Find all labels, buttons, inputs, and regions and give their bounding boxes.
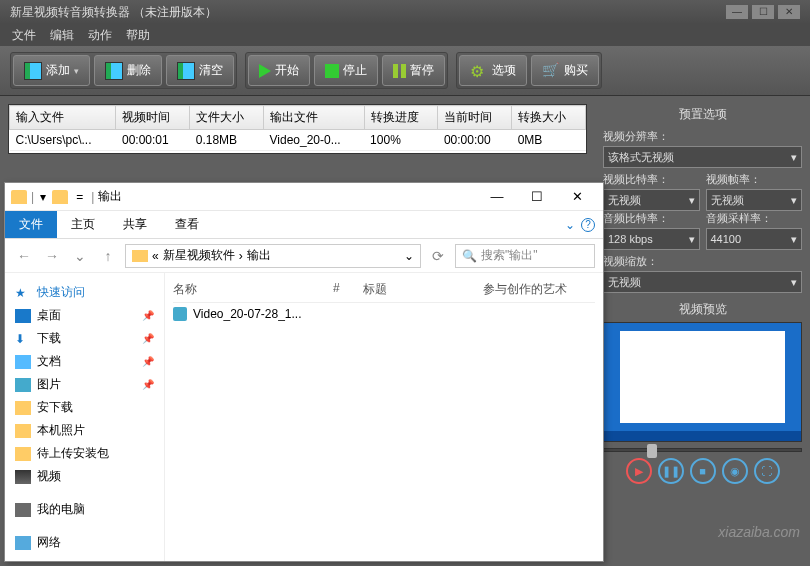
preview-snap-button[interactable]: ◉ xyxy=(722,458,748,484)
list-item[interactable]: Video_20-07-28_1... xyxy=(173,303,595,325)
cart-icon xyxy=(542,62,560,80)
help-icon[interactable]: ? xyxy=(581,218,595,232)
folder-icon xyxy=(132,250,148,262)
menu-action[interactable]: 动作 xyxy=(88,27,112,43)
tab-view[interactable]: 查看 xyxy=(161,211,213,238)
col-num[interactable]: # xyxy=(333,281,363,298)
preview-stop-button[interactable]: ■ xyxy=(690,458,716,484)
start-button[interactable]: 开始 xyxy=(248,55,310,86)
window-path: 输出 xyxy=(98,188,122,205)
picture-icon xyxy=(15,378,31,392)
video-icon xyxy=(15,470,31,484)
pin-icon: 📌 xyxy=(142,333,154,344)
asr-select[interactable]: 44100▾ xyxy=(706,228,803,250)
toolbar: 添加▾ 删除 清空 开始 停止 暂停 选项 购买 xyxy=(0,46,810,96)
res-label: 视频分辨率： xyxy=(603,129,802,144)
sidebar-quick-access[interactable]: ★快速访问 xyxy=(9,281,160,304)
stop-button[interactable]: 停止 xyxy=(314,55,378,86)
close-button[interactable]: ✕ xyxy=(778,5,800,19)
network-icon xyxy=(15,536,31,550)
vfps-label: 视频帧率： xyxy=(706,172,803,187)
col-progress[interactable]: 转换进度 xyxy=(364,106,438,130)
sidebar-pictures[interactable]: 图片📌 xyxy=(9,373,160,396)
sidebar-folder[interactable]: 待上传安装包 xyxy=(9,442,160,465)
sidebar-folder[interactable]: 安下载 xyxy=(9,396,160,419)
refresh-button[interactable]: ⟳ xyxy=(427,245,449,267)
col-fsize[interactable]: 文件大小 xyxy=(190,106,264,130)
abit-select[interactable]: 128 kbps▾ xyxy=(603,228,700,250)
col-vtime[interactable]: 视频时间 xyxy=(116,106,190,130)
titlebar: 新星视频转音频转换器 （未注册版本） — ☐ ✕ xyxy=(0,0,810,24)
sidebar-desktop[interactable]: 桌面📌 xyxy=(9,304,160,327)
search-input[interactable]: 🔍 搜索"输出" xyxy=(455,244,595,268)
recent-button[interactable]: ⌄ xyxy=(69,245,91,267)
folder-icon xyxy=(15,401,31,415)
col-ctime[interactable]: 当前时间 xyxy=(438,106,512,130)
gear-icon xyxy=(470,62,488,80)
sidebar-network[interactable]: 网络 xyxy=(9,531,160,554)
delete-button[interactable]: 删除 xyxy=(94,55,162,86)
maximize-button[interactable]: ☐ xyxy=(752,5,774,19)
up-button[interactable]: ↑ xyxy=(97,245,119,267)
sidebar-this-pc[interactable]: 我的电脑 xyxy=(9,498,160,521)
search-icon: 🔍 xyxy=(462,249,477,263)
vfps-select[interactable]: 无视频▾ xyxy=(706,189,803,211)
buy-button[interactable]: 购买 xyxy=(531,55,599,86)
app-title: 新星视频转音频转换器 （未注册版本） xyxy=(10,4,217,21)
res-select[interactable]: 该格式无视频▾ xyxy=(603,146,802,168)
table-row[interactable]: C:\Users\pc\... 00:00:01 0.18MB Video_20… xyxy=(10,130,586,151)
document-icon xyxy=(15,355,31,369)
menu-file[interactable]: 文件 xyxy=(12,27,36,43)
star-icon: ★ xyxy=(15,286,31,300)
explorer-window: | ▾ =| 输出 — ☐ ✕ 文件 主页 共享 查看 ⌄? ← → ⌄ ↑ «… xyxy=(4,182,604,562)
pin-icon: 📌 xyxy=(142,379,154,390)
sidebar-folder[interactable]: 本机照片 xyxy=(9,419,160,442)
expand-ribbon-icon[interactable]: ⌄ xyxy=(565,218,575,232)
preview-area xyxy=(603,322,802,442)
sidebar-documents[interactable]: 文档📌 xyxy=(9,350,160,373)
col-input[interactable]: 输入文件 xyxy=(10,106,116,130)
col-output[interactable]: 输出文件 xyxy=(264,106,365,130)
zoom-select[interactable]: 无视频▾ xyxy=(603,271,802,293)
forward-button[interactable]: → xyxy=(41,245,63,267)
preview-full-button[interactable]: ⛶ xyxy=(754,458,780,484)
tab-home[interactable]: 主页 xyxy=(57,211,109,238)
folder-icon xyxy=(52,190,68,204)
tab-share[interactable]: 共享 xyxy=(109,211,161,238)
add-button[interactable]: 添加▾ xyxy=(13,55,90,86)
seek-slider[interactable] xyxy=(603,448,802,452)
desktop-icon xyxy=(15,309,31,323)
exp-close-button[interactable]: ✕ xyxy=(557,185,597,209)
exp-maximize-button[interactable]: ☐ xyxy=(517,185,557,209)
explorer-sidebar: ★快速访问 桌面📌 ⬇下载📌 文档📌 图片📌 安下载 本机照片 待上传安装包 视… xyxy=(5,273,165,561)
col-csize[interactable]: 转换大小 xyxy=(512,106,586,130)
menu-edit[interactable]: 编辑 xyxy=(50,27,74,43)
preview-pause-button[interactable]: ❚❚ xyxy=(658,458,684,484)
download-icon: ⬇ xyxy=(15,332,31,346)
pause-button[interactable]: 暂停 xyxy=(382,55,445,86)
col-title[interactable]: 标题 xyxy=(363,281,483,298)
play-icon xyxy=(259,64,271,78)
back-button[interactable]: ← xyxy=(13,245,35,267)
folder-icon xyxy=(11,190,27,204)
address-bar[interactable]: « 新星视频软件› 输出 ⌄ xyxy=(125,244,421,268)
exp-minimize-button[interactable]: — xyxy=(477,185,517,209)
tab-file[interactable]: 文件 xyxy=(5,211,57,238)
pause-icon xyxy=(393,64,406,78)
menu-help[interactable]: 帮助 xyxy=(126,27,150,43)
sidebar-videos[interactable]: 视频 xyxy=(9,465,160,488)
preview-play-button[interactable]: ▶ xyxy=(626,458,652,484)
abit-label: 音频比特率： xyxy=(603,211,700,226)
vbit-label: 视频比特率： xyxy=(603,172,700,187)
options-button[interactable]: 选项 xyxy=(459,55,527,86)
clear-button[interactable]: 清空 xyxy=(166,55,234,86)
vbit-select[interactable]: 无视频▾ xyxy=(603,189,700,211)
col-name[interactable]: 名称 xyxy=(173,281,333,298)
file-table: 输入文件 视频时间 文件大小 输出文件 转换进度 当前时间 转换大小 C:\Us… xyxy=(8,104,587,154)
pin-icon: 📌 xyxy=(142,356,154,367)
audio-file-icon xyxy=(173,307,187,321)
zoom-label: 视频缩放： xyxy=(603,254,802,269)
minimize-button[interactable]: — xyxy=(726,5,748,19)
sidebar-downloads[interactable]: ⬇下载📌 xyxy=(9,327,160,350)
col-artist[interactable]: 参与创作的艺术 xyxy=(483,281,595,298)
